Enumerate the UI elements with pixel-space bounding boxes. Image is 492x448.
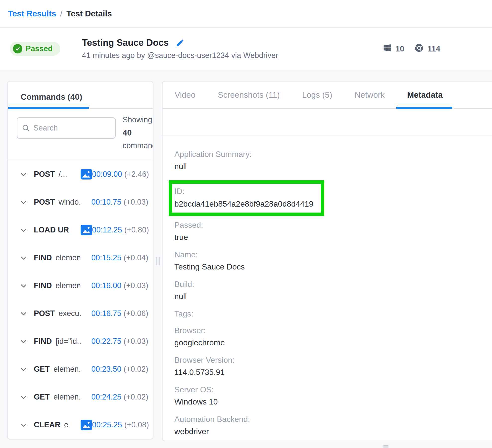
command-method: GET (34, 365, 50, 374)
metadata-label: Application Summary: (174, 149, 482, 159)
commands-list: POST/... 00:09.00(+2.46) POSTwindo... 00… (8, 160, 153, 439)
command-row[interactable]: FIND[id="id... 00:22.75(+0.03) (8, 327, 153, 355)
command-time[interactable]: 00:24.25 (91, 393, 121, 402)
metadata-tab-active-underline (396, 107, 452, 109)
main-area: Commands (40) Showing 40 commands (0, 70, 492, 441)
browser-version: 114 (427, 44, 440, 53)
details-toolbar-strip (163, 109, 492, 136)
command-time[interactable]: 00:25.25 (92, 420, 122, 429)
metadata-label: Passed: (174, 220, 482, 230)
command-row[interactable]: GETelemen... 00:23.50(+0.02) (8, 355, 153, 383)
command-delta: (+0.80) (124, 225, 149, 234)
command-row[interactable]: LOAD UR 00:12.25(+0.80) (8, 216, 153, 244)
command-delta: (+0.06) (124, 309, 148, 318)
chevron-down-icon[interactable] (20, 365, 27, 373)
metadata-field: Server OS: Windows 10 (174, 385, 482, 407)
command-row[interactable]: POST/... 00:09.00(+2.46) (8, 160, 153, 188)
status-label: Passed (26, 44, 53, 53)
metadata-field: Browser: googlechrome (174, 325, 482, 348)
command-args: [id="id... (55, 337, 81, 346)
test-title: Testing Sauce Docs (82, 38, 169, 48)
command-time[interactable]: 00:12.25 (92, 225, 122, 234)
os-version: 10 (395, 44, 404, 53)
command-delta: (+0.02) (124, 393, 148, 402)
resize-handle-icon[interactable] (156, 257, 160, 265)
command-row[interactable]: GETelemen... 00:24.25(+0.02) (8, 383, 153, 411)
chevron-down-icon[interactable] (20, 310, 27, 317)
command-args: e (64, 420, 68, 429)
chevron-down-icon[interactable] (20, 421, 27, 429)
command-time[interactable]: 00:15.25 (91, 253, 121, 262)
command-method: POST (34, 170, 55, 179)
command-row[interactable]: POSTwindo... 00:10.75(+0.03) (8, 188, 153, 216)
metadata-label: Browser Version: (174, 355, 482, 365)
os-info: 10 (383, 44, 404, 54)
details-tab-bar: Video Screenshots (11) Logs (5) Network … (163, 82, 492, 109)
search-input[interactable] (17, 117, 116, 139)
edit-title-icon[interactable] (176, 38, 185, 47)
command-method: FIND (34, 281, 52, 290)
status-badge: Passed (10, 42, 60, 56)
command-row[interactable]: POSTexecu... 00:16.75(+0.06) (8, 300, 153, 327)
screenshot-icon[interactable] (81, 225, 92, 235)
windows-icon (383, 44, 392, 54)
command-method: LOAD UR (34, 225, 69, 234)
tab-network[interactable]: Network (355, 82, 385, 108)
command-row[interactable]: FINDelement 00:16.00(+0.03) (8, 272, 153, 300)
showing-count-text: Showing 40 commands (123, 113, 153, 152)
chevron-down-icon[interactable] (20, 171, 27, 178)
command-row[interactable]: CLEARe 00:25.25(+0.08) (8, 411, 153, 439)
metadata-field: Application Summary: null (174, 149, 482, 172)
screenshot-icon[interactable] (81, 169, 92, 179)
commands-tab-bar: Commands (40) (8, 82, 153, 109)
command-args: windo... (58, 198, 81, 207)
chevron-down-icon[interactable] (20, 393, 27, 401)
chevron-down-icon[interactable] (20, 254, 27, 262)
screenshot-icon[interactable] (81, 420, 92, 430)
metadata-value: webdriver (174, 426, 482, 437)
metadata-label: ID: (174, 186, 313, 196)
metadata-value: Windows 10 (174, 396, 482, 407)
command-args: /... (58, 170, 67, 179)
metadata-field: Tags: (174, 309, 482, 319)
metadata-value: 114.0.5735.91 (174, 366, 482, 378)
tab-video[interactable]: Video (175, 82, 196, 108)
command-delta: (+0.03) (124, 281, 148, 290)
command-delta: (+2.46) (124, 170, 149, 179)
breadcrumb-current: Test Details (66, 9, 112, 18)
command-args: element (55, 281, 81, 290)
tab-screenshots[interactable]: Screenshots (11) (218, 82, 280, 108)
id-highlight-box: ID: b2bcda41eb854a2e8bf9a28a0d8d4419 (169, 180, 324, 216)
tab-logs[interactable]: Logs (5) (302, 82, 332, 108)
breadcrumb-test-results-link[interactable]: Test Results (8, 9, 56, 18)
command-method: POST (34, 309, 55, 318)
command-method: FIND (34, 253, 52, 262)
command-time[interactable]: 00:23.50 (91, 365, 121, 374)
chevron-down-icon[interactable] (20, 282, 27, 290)
chevron-down-icon[interactable] (20, 198, 27, 206)
chevron-down-icon[interactable] (20, 338, 27, 345)
metadata-label: Server OS: (174, 385, 482, 395)
tab-metadata[interactable]: Metadata (407, 82, 443, 108)
metadata-content: Application Summary: null ID: b2bcda41eb… (163, 136, 492, 441)
command-time[interactable]: 00:10.75 (91, 198, 121, 207)
scroll-handle-icon[interactable] (383, 445, 389, 448)
tab-commands[interactable]: Commands (40) (21, 92, 82, 102)
command-time[interactable]: 00:22.75 (91, 337, 121, 346)
test-details-page: Test Results / Test Details Passed Testi… (0, 0, 492, 448)
metadata-label: Automation Backend: (174, 414, 482, 424)
command-row[interactable]: FINDelement 00:15.25(+0.04) (8, 244, 153, 272)
chevron-down-icon[interactable] (20, 226, 27, 234)
command-args: elemen... (53, 365, 81, 374)
command-time[interactable]: 00:16.75 (91, 309, 121, 318)
environment-info: 10 114 (383, 44, 440, 54)
chrome-icon (415, 44, 423, 54)
command-time[interactable]: 00:09.00 (92, 170, 122, 179)
command-time[interactable]: 00:16.00 (91, 281, 121, 290)
command-args: execu... (58, 309, 81, 318)
command-delta: (+0.02) (124, 365, 148, 374)
commands-search-section: Showing 40 commands (8, 109, 153, 160)
metadata-field: Passed: true (174, 220, 482, 243)
title-block: Testing Sauce Docs 41 minutes ago by @sa… (82, 38, 278, 60)
command-method: FIND (34, 337, 52, 346)
